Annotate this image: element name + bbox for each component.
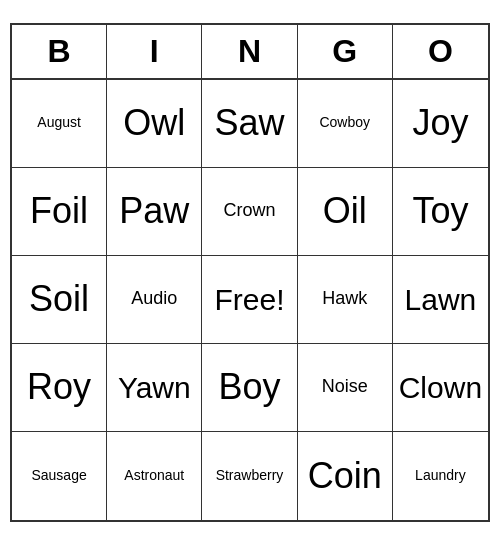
bingo-cell-19: Clown	[393, 344, 488, 432]
cell-text-4: Joy	[412, 103, 468, 143]
bingo-cell-5: Foil	[12, 168, 107, 256]
cell-text-1: Owl	[123, 103, 185, 143]
cell-text-8: Oil	[323, 191, 367, 231]
cell-text-0: August	[37, 115, 81, 130]
bingo-cell-21: Astronaut	[107, 432, 202, 520]
bingo-header: BINGO	[12, 25, 488, 80]
bingo-cell-16: Yawn	[107, 344, 202, 432]
header-letter-b: B	[12, 25, 107, 78]
bingo-cell-8: Oil	[298, 168, 393, 256]
cell-text-19: Clown	[399, 371, 482, 404]
cell-text-13: Hawk	[322, 289, 367, 309]
cell-text-15: Roy	[27, 367, 91, 407]
cell-text-12: Free!	[214, 283, 284, 316]
bingo-cell-13: Hawk	[298, 256, 393, 344]
cell-text-6: Paw	[119, 191, 189, 231]
cell-text-24: Laundry	[415, 468, 466, 483]
bingo-cell-12: Free!	[202, 256, 297, 344]
bingo-cell-0: August	[12, 80, 107, 168]
bingo-cell-15: Roy	[12, 344, 107, 432]
cell-text-11: Audio	[131, 289, 177, 309]
cell-text-5: Foil	[30, 191, 88, 231]
cell-text-22: Strawberry	[216, 468, 284, 483]
cell-text-3: Cowboy	[319, 115, 370, 130]
cell-text-20: Sausage	[31, 468, 86, 483]
bingo-cell-22: Strawberry	[202, 432, 297, 520]
bingo-cell-3: Cowboy	[298, 80, 393, 168]
cell-text-17: Boy	[218, 367, 280, 407]
bingo-cell-10: Soil	[12, 256, 107, 344]
bingo-cell-11: Audio	[107, 256, 202, 344]
bingo-cell-18: Noise	[298, 344, 393, 432]
bingo-cell-24: Laundry	[393, 432, 488, 520]
header-letter-i: I	[107, 25, 202, 78]
bingo-cell-1: Owl	[107, 80, 202, 168]
cell-text-16: Yawn	[118, 371, 191, 404]
cell-text-7: Crown	[223, 201, 275, 221]
bingo-cell-23: Coin	[298, 432, 393, 520]
header-letter-g: G	[298, 25, 393, 78]
cell-text-18: Noise	[322, 377, 368, 397]
bingo-grid: AugustOwlSawCowboyJoyFoilPawCrownOilToyS…	[12, 80, 488, 520]
bingo-cell-7: Crown	[202, 168, 297, 256]
cell-text-10: Soil	[29, 279, 89, 319]
header-letter-n: N	[202, 25, 297, 78]
cell-text-9: Toy	[412, 191, 468, 231]
header-letter-o: O	[393, 25, 488, 78]
bingo-cell-6: Paw	[107, 168, 202, 256]
bingo-cell-17: Boy	[202, 344, 297, 432]
cell-text-23: Coin	[308, 456, 382, 496]
cell-text-14: Lawn	[405, 283, 477, 316]
bingo-cell-20: Sausage	[12, 432, 107, 520]
bingo-cell-2: Saw	[202, 80, 297, 168]
cell-text-2: Saw	[214, 103, 284, 143]
bingo-card: BINGO AugustOwlSawCowboyJoyFoilPawCrownO…	[10, 23, 490, 522]
bingo-cell-4: Joy	[393, 80, 488, 168]
bingo-cell-9: Toy	[393, 168, 488, 256]
cell-text-21: Astronaut	[124, 468, 184, 483]
bingo-cell-14: Lawn	[393, 256, 488, 344]
